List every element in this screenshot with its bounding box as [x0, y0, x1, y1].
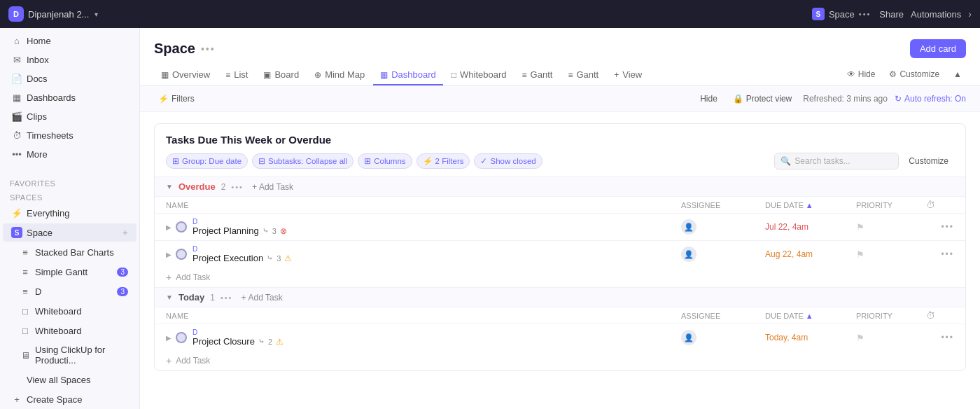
- sidebar-item-clips[interactable]: 🎬 Clips: [3, 107, 136, 125]
- tab-gantt1[interactable]: ≡ Gantt: [515, 65, 560, 85]
- task-name: Project Closure ⤷ 2 ⚠: [192, 336, 681, 347]
- sidebar-item-stacked-bar-charts[interactable]: ≡ Stacked Bar Charts: [3, 243, 136, 261]
- gantt1-tab-icon: ≡: [522, 70, 527, 80]
- table-row[interactable]: ▶ D Project Planning ⤷ 3 ⊗ 👤: [155, 213, 965, 240]
- today-group-header: ▼ Today 1 ••• + Add Task: [155, 287, 965, 307]
- sort-icon-today[interactable]: ▲: [806, 312, 813, 320]
- sidebar-item-more[interactable]: ••• More: [3, 145, 136, 163]
- automations-button[interactable]: Automations: [911, 9, 961, 20]
- add-task-today[interactable]: + Add Task: [155, 351, 965, 370]
- task-d-label: D: [192, 218, 681, 226]
- today-chevron-icon[interactable]: ▼: [166, 293, 173, 301]
- customize-button[interactable]: Customize: [903, 154, 954, 168]
- table-row[interactable]: ▶ D Project Closure ⤷ 2 ⚠ 👤: [155, 324, 965, 351]
- row-chevron-icon[interactable]: ▶: [166, 334, 172, 342]
- space-path-name: Space: [829, 9, 855, 20]
- tab-overview[interactable]: ▦ Overview: [154, 65, 217, 85]
- share-button[interactable]: Share: [879, 9, 904, 20]
- mind-map-tab-icon: ⊕: [314, 70, 321, 80]
- today-add-task[interactable]: + Add Task: [241, 293, 282, 303]
- protect-view-button[interactable]: 🔒 Protect view: [729, 92, 796, 106]
- sidebar-item-dashboards[interactable]: ▦ Dashboards: [3, 88, 136, 106]
- tab-board[interactable]: ▣ Board: [256, 65, 306, 85]
- sidebar-whiteboard2-label: Whiteboard: [35, 326, 128, 336]
- overdue-add-task[interactable]: + Add Task: [252, 182, 293, 192]
- col-name-text: Name: [166, 201, 189, 209]
- search-icon: 🔍: [780, 156, 791, 166]
- tab-gantt2[interactable]: ≡ Gantt: [561, 65, 606, 85]
- board-tab-label: Board: [274, 69, 299, 80]
- subtask-count: 3: [272, 227, 276, 235]
- space-avatar: S: [812, 8, 825, 20]
- customize-tab-button[interactable]: ⚙ Customize: [885, 67, 944, 82]
- dashboards-icon: ▦: [11, 92, 22, 103]
- today-dots-icon[interactable]: •••: [220, 293, 233, 302]
- title-dots[interactable]: •••: [201, 43, 216, 55]
- spaces-label: Spaces: [0, 189, 139, 203]
- topbar-chevron-icon[interactable]: ›: [968, 8, 972, 20]
- task-priority: ⚑: [856, 333, 926, 343]
- search-input[interactable]: [794, 156, 892, 166]
- gantt2-tab-label: Gantt: [576, 69, 598, 80]
- timesheets-icon: ⏱: [11, 130, 22, 141]
- create-space-icon: +: [11, 394, 22, 405]
- sidebar-item-simple-gantt[interactable]: ≡ Simple Gantt 3: [3, 263, 136, 281]
- filters-label: Filters: [172, 94, 195, 104]
- sidebar-item-space[interactable]: S Space ••• +: [3, 223, 136, 242]
- add-card-button[interactable]: Add card: [910, 39, 966, 58]
- overdue-chevron-icon[interactable]: ▼: [166, 183, 173, 190]
- task-dots-icon[interactable]: •••: [941, 333, 954, 342]
- sidebar-item-create-space[interactable]: + Create Space: [3, 390, 136, 408]
- today-cols: Name Assignee Due date ▲ Priority ⏱: [155, 307, 965, 324]
- show-closed-pill[interactable]: ✓ Show closed: [474, 153, 542, 169]
- table-row[interactable]: ▶ D Project Execution ⤷ 3 ⚠ 👤: [155, 240, 965, 268]
- overdue-dots-icon[interactable]: •••: [231, 183, 244, 191]
- sidebar-item-whiteboard2[interactable]: □ Whiteboard: [3, 321, 136, 340]
- sidebar-item-everything[interactable]: ⚡ Everything: [3, 204, 136, 222]
- assign-icon: 👤: [681, 247, 696, 262]
- space-plus-icon[interactable]: +: [122, 227, 128, 238]
- space-path-dots[interactable]: •••: [859, 10, 872, 18]
- auto-refresh-label[interactable]: ↻ Auto refresh: On: [895, 94, 966, 104]
- sort-up-icon[interactable]: ▲: [806, 201, 813, 209]
- sidebar-item-home[interactable]: ⌂ Home: [3, 32, 136, 50]
- col-clock-icon: ⏱: [926, 200, 935, 210]
- add-task-overdue[interactable]: + Add Task: [155, 268, 965, 287]
- subtasks-icon: ⊟: [258, 156, 265, 166]
- add-task-text: Add Task: [176, 272, 210, 282]
- tab-whiteboard[interactable]: □ Whiteboard: [444, 65, 514, 85]
- columns-pill[interactable]: ⊞ Columns: [358, 153, 412, 169]
- task-assignee: 👤: [681, 330, 765, 345]
- collapse-tabs-button[interactable]: ▲: [949, 67, 966, 82]
- col-assignee-overdue: Assignee: [681, 201, 765, 209]
- add-plus-icon: +: [166, 355, 172, 366]
- filter-bar: ⚡ Filters Hide 🔒 Protect view Refreshed:…: [140, 86, 980, 112]
- sidebar-item-whiteboard1[interactable]: □ Whiteboard: [3, 302, 136, 320]
- sidebar-item-view-all-spaces[interactable]: View all Spaces: [3, 370, 136, 389]
- filters-button[interactable]: ⚡ Filters: [154, 92, 199, 106]
- sidebar-item-d[interactable]: ≡ D 3: [3, 282, 136, 300]
- subtasks-pill[interactable]: ⊟ Subtasks: Collapse all: [252, 153, 354, 169]
- hide-filter-button[interactable]: Hide: [696, 92, 722, 106]
- task-dots-icon[interactable]: •••: [941, 249, 954, 259]
- tab-view[interactable]: + View: [607, 65, 649, 85]
- group-pill[interactable]: ⊞ Group: Due date: [166, 153, 248, 169]
- sidebar-item-using-clickup[interactable]: 🖥 Using ClickUp for Producti...: [3, 341, 136, 369]
- customize-tab-label: Customize: [899, 69, 939, 79]
- row-chevron-icon[interactable]: ▶: [166, 251, 172, 258]
- tab-mind-map[interactable]: ⊕ Mind Map: [307, 65, 372, 85]
- tab-list[interactable]: ≡ List: [218, 65, 255, 85]
- sidebar-item-docs[interactable]: 📄 Docs: [3, 69, 136, 88]
- subtasks-label: Subtasks: Collapse all: [268, 157, 347, 165]
- filters-pill[interactable]: ⚡ 2 Filters: [416, 153, 470, 169]
- task-dots-icon[interactable]: •••: [941, 222, 954, 232]
- sidebar-item-timesheets[interactable]: ⏱ Timesheets: [3, 126, 136, 144]
- favorites-label: Favorites: [0, 175, 139, 189]
- task-info: D Project Planning ⤷ 3 ⊗: [192, 218, 681, 236]
- overdue-group-name: Overdue: [178, 181, 216, 192]
- sidebar-item-inbox[interactable]: ✉ Inbox: [3, 50, 136, 69]
- tab-dashboard[interactable]: ▦ Dashboard: [373, 65, 443, 85]
- hide-button[interactable]: 👁 Hide: [843, 67, 880, 82]
- workspace-chevron-icon[interactable]: ▾: [94, 11, 98, 18]
- row-chevron-icon[interactable]: ▶: [166, 223, 172, 231]
